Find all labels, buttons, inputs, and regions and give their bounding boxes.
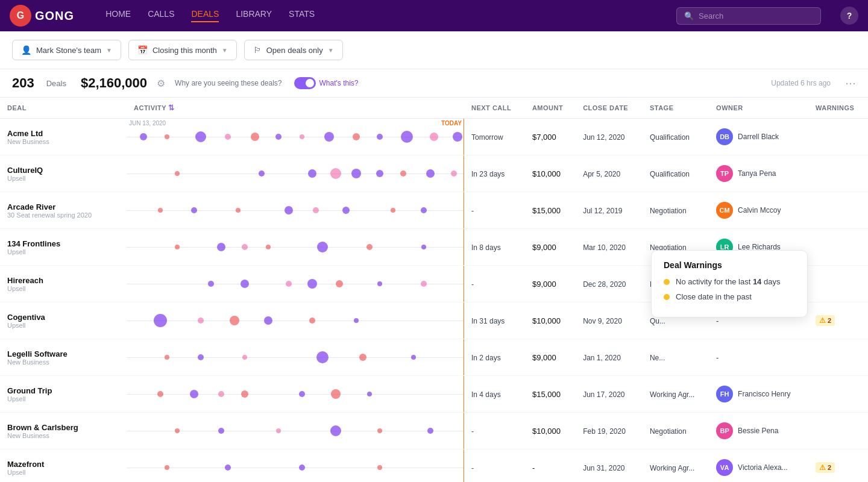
- amount-cell: $7,000: [525, 119, 576, 155]
- warnings-cell: [808, 339, 868, 376]
- col-stage[interactable]: STAGE: [643, 98, 709, 119]
- table-row[interactable]: Arcade River 30 Seat renewal spring 2020…: [0, 192, 868, 229]
- deal-name: Arcade River: [7, 202, 119, 211]
- activity-dot: [353, 133, 360, 140]
- next-call-value: -: [471, 207, 474, 215]
- why-deals-link[interactable]: Why are you seeing these deals?: [175, 79, 281, 87]
- amount-cell: $15,000: [525, 376, 576, 413]
- updated-text: Updated 6 hrs ago: [771, 79, 831, 87]
- deal-name: CultureIQ: [7, 166, 119, 175]
- avatar: VA: [716, 459, 733, 476]
- table-row[interactable]: Brown & Carlsberg New Business - $10,000…: [0, 413, 868, 449]
- activity-dot: [299, 465, 305, 471]
- activity-dot: [426, 169, 435, 178]
- deal-name: Legelli Software: [7, 349, 119, 358]
- stage-cell: Working Agr...: [643, 376, 709, 413]
- activity-dot: [359, 354, 366, 361]
- logo: G GONG: [10, 5, 74, 27]
- nav-deals[interactable]: DEALS: [191, 9, 219, 22]
- warning-item-2: Close date in the past: [664, 292, 795, 301]
- activity-dot: [165, 355, 169, 360]
- search-input[interactable]: [699, 11, 813, 20]
- activity-dot: [251, 133, 259, 141]
- summary-bar: 203 Deals $2,160,000 ⚙ Why are you seein…: [0, 69, 868, 98]
- whats-this-label[interactable]: What's this?: [319, 79, 359, 87]
- team-filter[interactable]: 👤 Mark Stone's team ▼: [12, 40, 121, 60]
- warnings-cell: [808, 413, 868, 449]
- deal-cell: Hirereach Upsell: [0, 266, 127, 302]
- table-row[interactable]: Legelli Software New Business In 2 days …: [0, 339, 868, 376]
- nav-stats[interactable]: STATS: [289, 9, 315, 22]
- owner-cell: CM Calvin Mccoy: [716, 202, 801, 219]
- amount-value: $9,000: [532, 243, 556, 252]
- search-bar[interactable]: 🔍: [676, 7, 821, 25]
- activity-dot: [411, 355, 416, 360]
- col-owner[interactable]: OWNER: [709, 98, 808, 119]
- next-call-cell: Tomorrow: [464, 119, 525, 155]
- table-row[interactable]: CultureIQ Upsell In 23 days $10,000 Apr …: [0, 155, 868, 192]
- activity-chart: [127, 449, 464, 482]
- status-filter[interactable]: 🏳 Open deals only ▼: [244, 40, 343, 60]
- amount-cell: $10,000: [525, 413, 576, 449]
- amount-cell: $9,000: [525, 266, 576, 302]
- warnings-cell: [808, 119, 868, 155]
- team-icon: 👤: [21, 45, 31, 55]
- activity-dots: [127, 229, 464, 265]
- warning-text-2: Close date in the past: [676, 292, 752, 301]
- amount-value: $10,000: [532, 427, 561, 436]
- activity-dot: [191, 207, 197, 213]
- activity-chart: [127, 229, 464, 265]
- next-call-cell: -: [464, 449, 525, 483]
- close-date-value: Jan 1, 2020: [583, 354, 621, 362]
- deal-cell: Legelli Software New Business: [0, 339, 127, 376]
- nav-library[interactable]: LIBRARY: [236, 9, 272, 22]
- activity-chart: [127, 192, 464, 228]
- close-date-cell: Nov 9, 2020: [576, 302, 643, 339]
- table-row[interactable]: Ground Trip Upsell In 4 days $15,000 Jun…: [0, 376, 868, 413]
- warning-badge: ⚠2: [816, 315, 835, 326]
- close-date-cell: Jul 12, 2019: [576, 192, 643, 229]
- next-call-cell: In 23 days: [464, 155, 525, 192]
- table-row[interactable]: Acme Ltd New Business JUN 13, 2020 TODAY…: [0, 119, 868, 155]
- avatar: DB: [716, 128, 733, 145]
- next-call-value: -: [471, 280, 474, 289]
- activity-dot: [317, 242, 328, 252]
- nav-calls[interactable]: CALLS: [148, 9, 174, 22]
- activity-dot: [451, 171, 457, 177]
- col-next-call[interactable]: NEXT CALL: [464, 98, 525, 119]
- activity-dots: [127, 376, 464, 412]
- next-call-value: In 8 days: [471, 243, 501, 252]
- team-filter-label: Mark Stone's team: [36, 46, 101, 55]
- date-filter[interactable]: 📅 Closing this month ▼: [128, 40, 237, 60]
- activity-dots: [127, 266, 464, 302]
- next-call-cell: In 8 days: [464, 229, 525, 266]
- amount-cell: $15,000: [525, 192, 576, 229]
- amount-cell: $10,000: [525, 155, 576, 192]
- nav-home[interactable]: HOME: [105, 9, 131, 22]
- deal-name: 134 Frontlines: [7, 239, 119, 248]
- activity-dot: [236, 208, 241, 213]
- table-row[interactable]: Mazefront Upsell - - Jun 31, 2020 Workin…: [0, 449, 868, 483]
- warnings-cell: ⚠2: [808, 449, 868, 483]
- filter-icon[interactable]: ⚙: [157, 78, 165, 89]
- toggle-switch[interactable]: [294, 77, 316, 89]
- avatar: CM: [716, 202, 733, 219]
- activity-dot: [241, 390, 248, 398]
- deal-cell: Cogentiva Upsell: [0, 302, 127, 339]
- stage-cell: Ne...: [643, 339, 709, 376]
- warning-dot-2: [664, 294, 670, 300]
- help-button[interactable]: ?: [840, 7, 858, 25]
- col-warnings[interactable]: WARNINGS: [808, 98, 868, 119]
- flag-icon: 🏳: [253, 45, 262, 55]
- col-amount[interactable]: AMOUNT: [525, 98, 576, 119]
- amount-value: $10,000: [532, 169, 561, 178]
- deal-type: Upsell: [7, 248, 119, 255]
- col-close-date[interactable]: CLOSE DATE: [576, 98, 643, 119]
- col-activity[interactable]: ACTIVITY ⇅: [127, 98, 464, 119]
- warnings-cell: [808, 155, 868, 192]
- warning-item-1: No activity for the last 14 days: [664, 277, 795, 286]
- activity-dot: [421, 207, 427, 213]
- more-options-button[interactable]: ⋯: [845, 77, 856, 90]
- search-icon: 🔍: [684, 11, 694, 20]
- close-date-cell: Jun 31, 2020: [576, 449, 643, 483]
